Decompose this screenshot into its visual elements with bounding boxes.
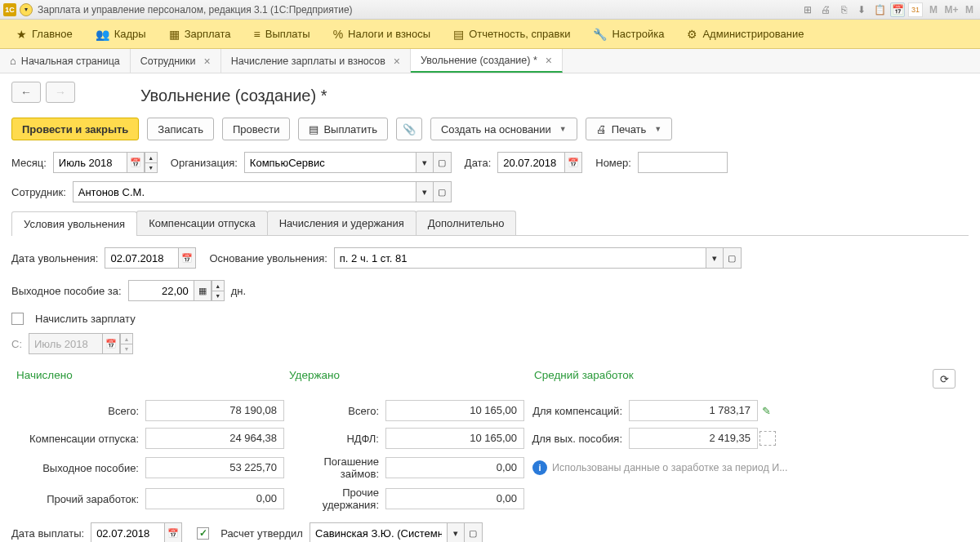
calendar-icon[interactable]: 📅 [164,522,182,542]
approved-checkbox[interactable] [197,527,209,540]
grid-icon: ▦ [169,28,180,41]
tab-vacation-comp[interactable]: Компенсации отпуска [136,211,268,235]
from-label: С: [11,338,22,350]
paydate-input[interactable] [91,522,164,542]
calendar-icon[interactable]: 📅 [178,247,196,269]
ndfl-label: НДФЛ: [284,433,385,445]
btn-label: Печать [612,123,647,136]
reason-field[interactable]: ▾ ▢ [334,247,742,269]
calendar-icon[interactable]: 📅 [127,152,145,173]
tool-icon[interactable]: 📋 [872,2,887,17]
accrued-heading: Начислено [11,369,289,389]
menu-payments[interactable]: ≡Выплаты [243,20,322,49]
home-icon: ⌂ [10,55,16,67]
totals-section: Начислено Удержано Средний заработок ⟳ В… [11,369,969,511]
date-input[interactable] [497,152,564,173]
create-based-button[interactable]: Создать на основании▼ [430,118,577,140]
menu-settings[interactable]: 🔧Настройка [581,20,675,49]
close-icon[interactable]: × [204,55,211,68]
post-button[interactable]: Провести [222,118,291,140]
tab-home[interactable]: ⌂Начальная страница [0,49,131,73]
menu-hr[interactable]: 👥Кадры [84,20,158,49]
month-input[interactable] [53,152,127,173]
tab-accruals[interactable]: Начисления и удержания [267,211,416,235]
dropdown-icon[interactable]: ▾ [447,522,465,542]
number-label: Номер: [595,157,631,169]
tab-salary-calc[interactable]: Начисление зарплаты и взносов× [221,49,411,73]
term-date-input[interactable] [105,247,178,269]
open-icon[interactable]: ▢ [724,247,742,269]
titlebar-tools: ⊞ 🖨 ⎘ ⬇ 📋 📅 31 M M+ M [800,2,977,17]
tab-conditions[interactable]: Условия увольнения [11,211,137,236]
attach-button[interactable]: 📎 [396,118,422,140]
forward-button[interactable]: → [46,82,75,103]
tab-extra[interactable]: Дополнительно [416,211,517,235]
open-icon[interactable]: ▢ [465,522,483,542]
menu-label: Отчетность, справки [469,28,570,40]
close-icon[interactable]: × [546,54,552,67]
number-input[interactable] [638,152,728,173]
back-button[interactable]: ← [11,82,41,103]
menu-admin[interactable]: ⚙Администрирование [675,20,815,49]
other-withheld-label: Прочие удержания: [284,486,385,511]
approver-field[interactable]: ▾ ▢ [310,522,483,542]
severance-spinner[interactable]: ▲▼ [212,280,225,301]
date-icon[interactable]: 31 [908,2,923,17]
calc-salary-checkbox[interactable] [11,313,24,325]
menu-main[interactable]: ★Главное [5,20,84,49]
approver-input[interactable] [310,522,447,542]
menu-label: Зарплата [185,28,231,40]
print-icon[interactable]: 🖨 [818,2,833,17]
term-date-label: Дата увольнения: [11,252,98,264]
close-icon[interactable]: × [394,55,400,68]
refresh-button[interactable]: ⟳ [933,369,956,389]
memory-mplus-icon[interactable]: M+ [944,2,959,17]
edit-icon[interactable] [760,431,776,446]
memory-m-icon[interactable]: M [926,2,941,17]
open-icon[interactable]: ▢ [434,181,452,202]
term-date-field[interactable]: 📅 [105,247,196,269]
reason-input[interactable] [334,247,706,269]
avg-severance-value: 2 419,35 [629,428,758,449]
menu-taxes[interactable]: %Налоги и взносы [322,20,443,49]
printer-icon: 🖨 [596,123,607,136]
severance-input[interactable] [128,280,194,301]
menu-reports[interactable]: ▤Отчетность, справки [442,20,581,49]
paydate-field[interactable]: 📅 [91,522,182,542]
pencil-icon[interactable]: ✎ [758,405,774,417]
btn-label: Создать на основании [441,123,551,136]
employee-input[interactable] [73,181,416,202]
titlebar: 1C ▾ Зарплата и управление персоналом, р… [0,0,980,20]
doc-icon: ▤ [453,28,464,41]
tab-dismissal[interactable]: Увольнение (создание) *× [411,49,563,73]
other-income-label: Прочий заработок: [11,493,145,505]
month-field[interactable]: 📅 ▲▼ [53,152,158,173]
org-input[interactable] [244,152,416,173]
memory-m2-icon[interactable]: M [962,2,977,17]
open-icon[interactable]: ▢ [434,152,452,173]
pay-button[interactable]: ▤Выплатить [298,118,388,140]
calendar-icon[interactable]: 📅 [890,2,905,17]
print-button[interactable]: 🖨Печать▼ [586,118,673,140]
tool-icon[interactable]: ⊞ [800,2,815,17]
severance-field[interactable]: ▦ ▲▼ [128,280,225,301]
dropdown-icon[interactable]: ▾ [416,152,434,173]
dropdown-icon[interactable]: ▾ [416,181,434,202]
menu-salary[interactable]: ▦Зарплата [158,20,243,49]
employee-field[interactable]: ▾ ▢ [73,181,452,202]
org-field[interactable]: ▾ ▢ [244,152,452,173]
post-and-close-button[interactable]: Провести и закрыть [11,118,139,140]
paperclip-icon: 📎 [403,123,416,136]
accrued-total-value: 78 190,08 [145,400,284,421]
calendar-icon[interactable]: 📅 [564,152,582,173]
tab-employees[interactable]: Сотрудники× [131,49,221,73]
dropdown-icon[interactable]: ▾ [706,247,724,269]
month-spinner[interactable]: ▲▼ [145,152,158,173]
app-dropdown-icon[interactable]: ▾ [20,3,33,16]
date-field[interactable]: 📅 [497,152,582,173]
calc-icon[interactable]: ▦ [194,280,212,301]
loan-repay-label: Погашение займов: [284,455,385,480]
save-button[interactable]: Записать [147,118,214,140]
tool-icon[interactable]: ⎘ [836,2,851,17]
tool-icon[interactable]: ⬇ [854,2,869,17]
